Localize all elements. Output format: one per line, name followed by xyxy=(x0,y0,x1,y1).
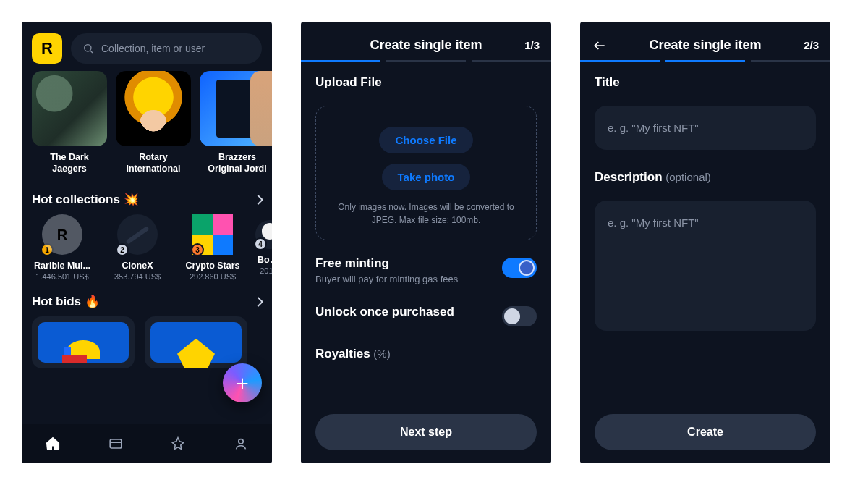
search-input[interactable]: Collection, item or user xyxy=(71,33,262,64)
featured-label: The Dark Jaegers xyxy=(50,152,89,174)
unlock-title: Unlock once purchased xyxy=(315,305,454,319)
collection-avatar: 3 xyxy=(192,214,233,255)
screen-header: Create single item 1/3 xyxy=(301,22,551,60)
user-icon xyxy=(233,436,249,452)
create-step1-screen: Create single item 1/3 Upload File Choos… xyxy=(301,22,551,463)
hot-collections-strip[interactable]: 1 Rarible Mul... 1.446.501 US$ 2 CloneX … xyxy=(22,214,272,281)
tab-home[interactable] xyxy=(22,424,85,463)
hot-bids-header[interactable]: Hot bids 🔥 xyxy=(22,281,272,316)
featured-strip[interactable]: The Dark Jaegers Rotary International Br… xyxy=(22,71,272,179)
collection-avatar: 1 xyxy=(42,214,82,255)
screen-header: Create single item 2/3 xyxy=(580,22,830,60)
upload-hint: Only images now. Images will be converte… xyxy=(329,201,523,227)
bottom-tabbar xyxy=(22,424,272,463)
free-minting-toggle[interactable] xyxy=(502,258,537,278)
home-icon xyxy=(45,436,61,452)
page-title: Create single item xyxy=(312,38,540,53)
collection-sub: 1.446.501 US$ xyxy=(35,272,88,281)
description-optional: (optional) xyxy=(665,171,711,183)
step-indicator: 2/3 xyxy=(804,39,819,51)
star-icon xyxy=(170,436,186,452)
description-input[interactable]: e. g. "My first NFT" xyxy=(595,201,816,331)
unlock-toggle[interactable] xyxy=(502,306,537,326)
progress-bar xyxy=(580,60,830,75)
collection-avatar: 4 xyxy=(255,220,272,249)
collection-name: Rarible Mul... xyxy=(32,261,93,271)
arrow-left-icon xyxy=(592,38,607,53)
upload-dropzone[interactable]: Choose File Take photo Only images now. … xyxy=(315,106,537,240)
collection-sub: 292.860 US$ xyxy=(190,272,236,281)
create-button[interactable]: Create xyxy=(595,414,816,450)
search-icon xyxy=(82,43,94,54)
bid-card[interactable] xyxy=(145,316,247,368)
svg-point-4 xyxy=(239,439,243,444)
description-label: Description (optional) xyxy=(595,170,816,185)
featured-label: Brazzers Original Jordi xyxy=(208,152,266,174)
back-button[interactable] xyxy=(592,38,608,54)
hot-collections-header[interactable]: Hot collections 💥 xyxy=(22,179,272,214)
search-placeholder: Collection, item or user xyxy=(101,43,205,54)
home-header: R Collection, item or user xyxy=(22,22,272,71)
chevron-right-icon xyxy=(253,195,263,205)
progress-bar xyxy=(301,60,551,75)
tab-profile[interactable] xyxy=(210,424,273,463)
royalties-unit: (%) xyxy=(373,347,390,360)
svg-point-0 xyxy=(85,45,91,51)
app-logo[interactable]: R xyxy=(32,33,62,64)
card-icon xyxy=(108,436,124,452)
hot-bids-strip[interactable] xyxy=(22,316,272,368)
home-screen: R Collection, item or user The Dark Jaeg… xyxy=(22,22,272,463)
featured-label: Rotary International xyxy=(126,152,180,174)
free-minting-row: Free minting Buyer will pay for minting … xyxy=(315,256,537,284)
bid-thumb xyxy=(150,322,242,363)
collection-card[interactable]: 3 Crypto Stars 292.860 US$ xyxy=(182,214,243,281)
rank-badge: 4 xyxy=(254,237,267,250)
collection-name: Crypto Stars xyxy=(182,261,243,271)
take-photo-button[interactable]: Take photo xyxy=(382,164,471,190)
cta-area: Create xyxy=(580,404,830,463)
rank-badge: 2 xyxy=(116,243,129,256)
collection-avatar: 2 xyxy=(117,214,158,255)
next-step-button[interactable]: Next step xyxy=(315,414,537,450)
plus-icon: ＋ xyxy=(232,373,252,393)
bid-thumb xyxy=(38,322,129,363)
page-title: Create single item xyxy=(592,38,819,53)
featured-card[interactable]: The Dark Jaegers xyxy=(32,71,107,174)
free-minting-title: Free minting xyxy=(315,256,458,271)
collection-sub: 201.2 xyxy=(260,266,272,275)
step-indicator: 1/3 xyxy=(524,39,540,51)
collection-card[interactable]: 2 CloneX 353.794 US$ xyxy=(107,214,168,281)
svg-line-1 xyxy=(90,51,93,53)
bid-card[interactable] xyxy=(32,316,135,368)
featured-card[interactable]: Rotary International xyxy=(116,71,191,174)
upload-file-label: Upload File xyxy=(315,75,537,90)
cta-area: Next step xyxy=(301,404,551,463)
create-fab[interactable]: ＋ xyxy=(223,363,262,402)
create-step2-screen: Create single item 2/3 Title e. g. "My f… xyxy=(580,22,830,463)
tab-wallet[interactable] xyxy=(85,424,148,463)
collection-sub: 353.794 US$ xyxy=(114,272,161,281)
featured-thumb xyxy=(116,71,191,146)
choose-file-button[interactable]: Choose File xyxy=(379,127,472,153)
rank-badge: 1 xyxy=(41,243,54,256)
section-title: Hot collections 💥 xyxy=(32,192,139,207)
section-title: Hot bids 🔥 xyxy=(32,294,100,309)
title-placeholder: e. g. "My first NFT" xyxy=(608,122,699,134)
title-input[interactable]: e. g. "My first NFT" xyxy=(595,106,816,150)
collection-name: Bored xyxy=(258,255,272,265)
description-placeholder: e. g. "My first NFT" xyxy=(608,216,699,229)
featured-thumb xyxy=(32,71,107,146)
royalties-label: Royalties (%) xyxy=(315,347,537,361)
unlock-row: Unlock once purchased xyxy=(315,305,537,326)
title-label: Title xyxy=(595,75,816,90)
tab-favorites[interactable] xyxy=(147,424,210,463)
chevron-right-icon xyxy=(253,297,263,307)
collection-card[interactable]: 1 Rarible Mul... 1.446.501 US$ xyxy=(32,214,93,281)
svg-rect-2 xyxy=(110,439,122,448)
collection-name: CloneX xyxy=(107,261,168,271)
featured-thumb xyxy=(250,71,272,146)
free-minting-sub: Buyer will pay for minting gas fees xyxy=(315,274,458,284)
collection-card-peek[interactable]: 4 Bored 201.2 xyxy=(258,214,272,281)
